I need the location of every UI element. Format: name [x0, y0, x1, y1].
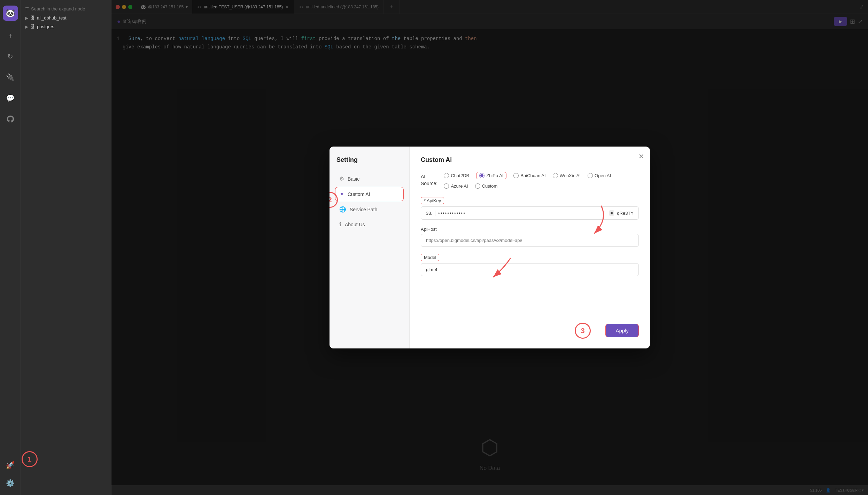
apihost-input[interactable] [421, 234, 639, 247]
about-us-label: About Us [345, 222, 365, 227]
apikey-start: 33. [426, 211, 432, 216]
annotation-3: 3 [575, 323, 591, 339]
sidebar-item-settings[interactable]: ⚙️ [4, 477, 17, 489]
baichuan-label: BaiChuan AI [520, 173, 545, 178]
radio-openai[interactable]: Open AI [588, 173, 611, 178]
dialog-nav-custom-ai[interactable]: ✦ Custom Ai [335, 187, 404, 201]
basic-icon: ⚙ [339, 175, 344, 182]
ai-radio-group: Chat2DB ZhiPu AI BaiChuan AI [444, 172, 639, 189]
custom-ai-label: Custom Ai [348, 191, 370, 197]
sidebar-item-plugin[interactable]: 🔌 [4, 71, 17, 84]
radio-chat2db[interactable]: Chat2DB [444, 173, 469, 178]
modal-overlay: 1 Setting ⚙ Basic ✦ Custom Ai � [111, 0, 868, 495]
dialog-sidebar: Setting ⚙ Basic ✦ Custom Ai 🌐 Service Pa… [330, 147, 410, 348]
expand-icon-2: ▶ [25, 24, 28, 29]
bottom-nav: 🚀 ⚙️ [4, 459, 17, 489]
azure-label: Azure AI [451, 183, 468, 189]
app-logo: 🐼 [3, 6, 18, 21]
apihost-label: ApiHost [421, 227, 639, 232]
ai-source-row: AI Source: Chat2DB ZhiPu AI [421, 172, 639, 189]
dialog-close-button[interactable]: ✕ [638, 152, 644, 160]
model-input[interactable] [421, 263, 639, 276]
db-icon: 🗄 [30, 15, 35, 21]
apikey-block: ■ [609, 210, 614, 216]
apikey-input-row[interactable]: 33. •••••••••••• ■ qRe3TY [421, 206, 639, 220]
dialog-content-title: Custom Ai [421, 156, 639, 164]
model-field-group: Model [421, 254, 639, 276]
apply-button[interactable]: Apply [605, 324, 639, 337]
apikey-field-group: * ApiKey 33. •••••••••••• ■ qRe3TY [421, 197, 639, 220]
settings-dialog: Setting ⚙ Basic ✦ Custom Ai 🌐 Service Pa… [330, 147, 650, 348]
apikey-label: * ApiKey [421, 197, 444, 204]
file-sidebar: ⊤ ▶ 🗄 ali_dbhub_test ▶ 🗄 postgres [21, 0, 111, 495]
sidebar-item-add[interactable]: ＋ [4, 29, 17, 42]
openai-label: Open AI [595, 173, 611, 178]
sidebar-item-refresh[interactable]: ↻ [4, 50, 17, 63]
dialog-nav-service-path[interactable]: 🌐 Service Path [335, 203, 404, 216]
radio-azure[interactable]: Azure AI [444, 183, 468, 189]
radio-baichuan[interactable]: BaiChuan AI [513, 173, 545, 178]
basic-label: Basic [348, 176, 359, 182]
expand-icon: ▶ [25, 16, 28, 21]
apikey-end: qRe3TY [617, 211, 634, 216]
custom-ai-icon: ✦ [340, 191, 344, 197]
app-container: 🐼 ＋ ↻ 🔌 💬 🚀 ⚙️ ⊤ ▶ 🗄 ali_dbhub_test ▶ 🗄 … [0, 0, 868, 495]
custom-label: Custom [482, 183, 498, 189]
db-icon-2: 🗄 [30, 24, 35, 29]
zhipu-label: ZhiPu AI [486, 173, 503, 178]
search-input[interactable] [31, 6, 107, 11]
filter-icon: ⊤ [25, 6, 29, 11]
about-us-icon: ℹ [339, 221, 341, 228]
dialog-nav-about-us[interactable]: ℹ About Us [335, 218, 404, 231]
model-label: Model [421, 254, 439, 261]
main-area: 🐼 @183.247.151.185 ▾ <> untitled-TEST_US… [111, 0, 868, 495]
icon-sidebar: 🐼 ＋ ↻ 🔌 💬 🚀 ⚙️ [0, 0, 21, 495]
radio-custom[interactable]: Custom [475, 183, 498, 189]
tree-item-label-2: postgres [37, 24, 54, 29]
wenxin-label: WenXin AI [560, 173, 581, 178]
tree-item-ali[interactable]: ▶ 🗄 ali_dbhub_test [21, 14, 111, 22]
radio-wenxin[interactable]: WenXin AI [553, 173, 581, 178]
service-path-icon: 🌐 [339, 206, 346, 213]
tree-item-postgres[interactable]: ▶ 🗄 postgres [21, 22, 111, 31]
sidebar-item-github[interactable] [4, 113, 17, 125]
ai-source-label: AI Source: [421, 173, 444, 187]
search-bar[interactable]: ⊤ [21, 4, 111, 14]
apihost-field-group: ApiHost [421, 227, 639, 247]
dialog-title: Setting [335, 156, 404, 164]
dialog-nav-basic[interactable]: ⚙ Basic [335, 172, 404, 186]
chat2db-label: Chat2DB [451, 173, 469, 178]
dialog-content: ✕ Custom Ai AI Source: Chat2DB [410, 147, 650, 348]
sidebar-item-chat[interactable]: 💬 [4, 92, 17, 104]
apikey-dots: •••••••••••• [435, 211, 606, 216]
sidebar-item-rocket[interactable]: 🚀 [4, 459, 17, 471]
service-path-label: Service Path [350, 207, 377, 212]
tree-item-label: ali_dbhub_test [37, 15, 67, 21]
radio-zhipu[interactable]: ZhiPu AI [476, 172, 506, 179]
